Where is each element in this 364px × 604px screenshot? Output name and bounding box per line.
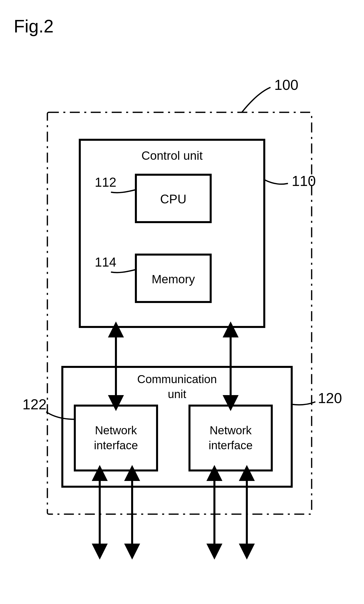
leader-cpu <box>111 190 136 193</box>
ref-control-unit: 110 <box>292 173 316 189</box>
net-if-left-label-2: interface <box>94 439 138 452</box>
cpu-label: CPU <box>160 192 186 206</box>
net-if-right-label-2: interface <box>209 439 253 452</box>
leader-control-unit <box>264 180 288 184</box>
net-if-left-label-1: Network <box>95 424 137 437</box>
page: Fig.2 100 Control unit 110 CPU 112 Memor… <box>0 0 364 604</box>
ref-cpu: 112 <box>95 175 116 189</box>
figure-caption: Fig.2 <box>14 16 54 36</box>
ref-net-if-left: 122 <box>22 396 47 412</box>
control-unit-box <box>80 140 264 327</box>
comm-unit-label-2: unit <box>168 388 186 401</box>
ref-system: 100 <box>274 77 298 93</box>
net-if-right-box <box>189 406 272 470</box>
diagram-svg: Fig.2 100 Control unit 110 CPU 112 Memor… <box>0 0 364 604</box>
net-if-left-box <box>75 406 157 470</box>
control-unit-label: Control unit <box>141 149 202 162</box>
leader-system <box>242 87 271 112</box>
leader-memory <box>111 270 136 273</box>
ref-memory: 114 <box>95 255 116 269</box>
memory-label: Memory <box>152 273 195 286</box>
comm-unit-label-1: Communication <box>137 373 217 386</box>
net-if-right-label-1: Network <box>210 424 252 437</box>
ref-comm-unit: 120 <box>318 390 342 406</box>
leader-net-if-left <box>46 412 75 419</box>
